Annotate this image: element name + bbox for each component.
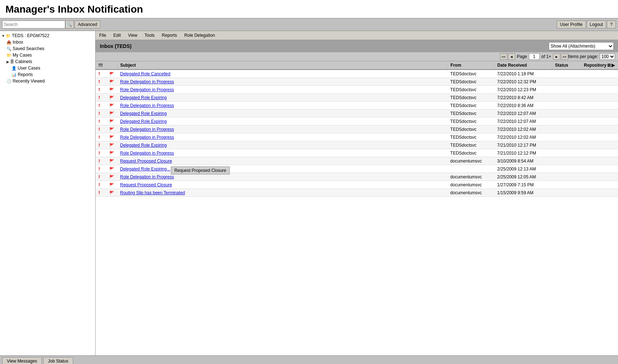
date-cell: 2/25/2009 12:05 AM <box>494 173 552 181</box>
subject-link[interactable]: Delegated Role Expiring <box>120 143 167 148</box>
subject-cell: Role Delegation in Progress <box>117 149 447 157</box>
from-cell: TEDSdoctsvc <box>447 94 494 102</box>
flag-cell: 🚩 <box>106 110 117 117</box>
status-cell <box>552 78 581 86</box>
col-flag[interactable] <box>106 61 117 70</box>
subject-link[interactable]: Role Delegation in Progress <box>120 87 174 92</box>
subject-link[interactable]: Role Delegation in Progress <box>120 174 174 179</box>
flag-cell: 🚩 <box>106 149 117 157</box>
sidebar-item-saved-searches[interactable]: 🔍 Saved Searches <box>0 45 95 52</box>
from-cell: documentumsvc <box>447 189 494 197</box>
flag-cell: 🚩 <box>106 165 117 173</box>
next-page-button[interactable]: ► <box>553 53 560 60</box>
subject-link[interactable]: Delegated Role Cancelled <box>120 71 170 76</box>
menu-view[interactable]: View <box>124 32 141 39</box>
subject-link[interactable]: Request Proposed Closure <box>120 182 172 187</box>
sidebar-item-inbox[interactable]: 📥 Inbox <box>0 39 95 45</box>
subject-cell: Role Delegation in Progress <box>117 102 447 110</box>
flag-icon: 🚩 <box>109 143 114 147</box>
table-row: !🚩Role Delegation in ProgressTEDSdoctsvc… <box>96 86 618 94</box>
subject-link[interactable]: Delegated Role Expiring... <box>120 167 170 172</box>
table-row: !🚩Request Proposed Closuredocumentumsvc1… <box>96 181 618 189</box>
repo-cell <box>581 157 618 165</box>
inbox-table: !!! Subject From Date Received Status Re… <box>96 61 618 197</box>
col-repository[interactable]: Repository ⊞ ▶ <box>581 61 618 70</box>
priority-icon: ! <box>98 166 100 172</box>
sidebar-root[interactable]: ▼ 📁 TEDS : EPGM7522 <box>0 32 95 39</box>
col-date[interactable]: Date Received <box>494 61 552 70</box>
view-messages-tab[interactable]: View Messages <box>2 357 42 364</box>
menu-file[interactable]: File <box>96 32 110 39</box>
menu-edit[interactable]: Edit <box>110 32 124 39</box>
table-row: !🚩Role Delegation in ProgressTEDSdoctsvc… <box>96 133 618 141</box>
subject-link[interactable]: Role Delegation in Progress <box>120 127 174 132</box>
subject-link[interactable]: Delegated Role Expiring <box>120 111 167 116</box>
subject-cell: Role Delegation in Progress <box>117 86 447 94</box>
repo-cell <box>581 173 618 181</box>
flag-icon: 🚩 <box>109 191 114 195</box>
sidebar-item-recently-viewed[interactable]: 🕒 Recently Viewed <box>0 78 95 84</box>
subject-link[interactable]: Delegated Role Expiring <box>120 95 167 100</box>
status-cell <box>552 125 581 133</box>
priority-cell: ! <box>96 133 106 141</box>
logout-button[interactable]: Logout <box>587 21 606 28</box>
help-button[interactable]: ? <box>607 21 616 28</box>
subject-cell: Delegated Role Cancelled <box>117 70 447 78</box>
first-page-button[interactable]: «« <box>500 53 507 60</box>
flag-cell: 🚩 <box>106 70 117 78</box>
subject-link[interactable]: Role Delegation in Progress <box>120 79 174 84</box>
col-status[interactable]: Status <box>552 61 581 70</box>
prev-page-button[interactable]: ◄ <box>508 53 515 60</box>
page-input[interactable] <box>529 53 540 60</box>
flag-icon: 🚩 <box>109 72 114 76</box>
subject-link[interactable]: Role Delegation in Progress <box>120 151 174 156</box>
search-input[interactable] <box>2 21 65 28</box>
table-scroll[interactable]: !!! Subject From Date Received Status Re… <box>96 61 618 355</box>
last-page-button[interactable]: »» <box>561 53 568 60</box>
flag-cell: 🚩 <box>106 117 117 125</box>
menu-bar: File Edit View Tools Reports Role Delega… <box>96 31 618 40</box>
of-text: of 1+ <box>542 54 551 59</box>
search-button[interactable]: 🔍 <box>65 21 74 28</box>
sidebar-item-my-cases[interactable]: 📁 My Cases <box>0 52 95 58</box>
job-status-tab[interactable]: Job Status <box>43 357 73 364</box>
repo-cell <box>581 110 618 117</box>
from-cell: documentumsvc <box>447 181 494 189</box>
menu-role-delegation[interactable]: Role Delegation <box>181 32 218 39</box>
advanced-button[interactable]: Advanced <box>75 21 100 28</box>
status-cell <box>552 173 581 181</box>
flag-cell: 🚩 <box>106 173 117 181</box>
flag-cell: 🚩 <box>106 94 117 102</box>
sidebar-tree: ▼ 📁 TEDS : EPGM7522 📥 Inbox 🔍 Saved Sear… <box>0 32 95 84</box>
items-per-page-select[interactable]: 100 50 25 <box>600 53 615 60</box>
sidebar-item-cabinets[interactable]: ▶ 🗄 Cabinets <box>0 58 95 65</box>
col-subject[interactable]: Subject <box>117 61 447 70</box>
priority-icon: ! <box>98 150 100 156</box>
show-all-select[interactable]: Show All (Attachments) Show All Show Unr… <box>549 42 614 50</box>
reports-icon: 📊 <box>12 72 17 77</box>
subject-link[interactable]: Delegated Role Expiring <box>120 119 167 124</box>
sidebar-item-user-cases[interactable]: 👤 User Cases <box>0 65 95 71</box>
subject-link[interactable]: Role Delegation in Progress <box>120 103 174 108</box>
date-cell: 7/22/2010 12:23 PM <box>494 86 552 94</box>
status-cell <box>552 86 581 94</box>
from-cell: TEDSdoctsvc <box>447 86 494 94</box>
col-from[interactable]: From <box>447 61 494 70</box>
sidebar-item-reports[interactable]: 📊 Reports <box>0 71 95 78</box>
subject-link[interactable]: Role Delegation in Progress <box>120 135 174 140</box>
content-header: Inbox (TEDS) Show All (Attachments) Show… <box>96 40 618 52</box>
subject-link[interactable]: Request Proposed Closure <box>120 159 172 164</box>
table-header-row: !!! Subject From Date Received Status Re… <box>96 61 618 70</box>
flag-icon: 🚩 <box>109 127 114 132</box>
status-cell <box>552 70 581 78</box>
priority-cell: ! <box>96 165 106 173</box>
col-priority[interactable]: !!! <box>96 61 106 70</box>
menu-tools[interactable]: Tools <box>141 32 158 39</box>
menu-reports[interactable]: Reports <box>158 32 181 39</box>
user-profile-button[interactable]: User Profile <box>557 21 586 28</box>
inbox-title: Inbox (TEDS) <box>100 43 132 49</box>
subject-cell: Role Delegation in Progress <box>117 133 447 141</box>
subject-link[interactable]: Routing Slip has been Terminated <box>120 190 185 195</box>
subject-cell: Delegated Role Expiring <box>117 117 447 125</box>
date-cell: 7/22/2010 12:07 AM <box>494 117 552 125</box>
